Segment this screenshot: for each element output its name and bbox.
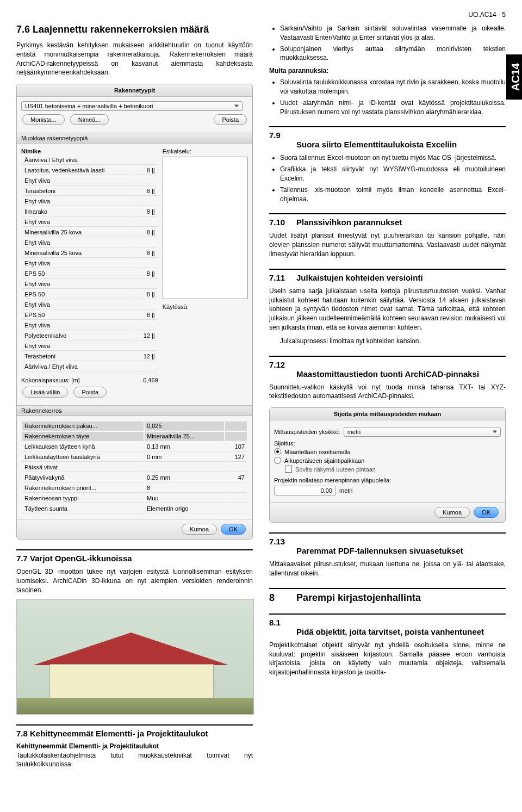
kumoa-button[interactable]: Kumoa	[182, 524, 217, 535]
house-render	[16, 599, 254, 715]
list-item: Soluvalinta taulukkoikkunassa korostaa n…	[280, 78, 506, 96]
radio-osoittamalla-label: Määritellään osoittamalla	[284, 449, 351, 455]
table-row[interactable]: Leikkaustäytteen taustakynä0 mm127	[22, 453, 247, 462]
ok-button[interactable]: OK	[221, 524, 246, 535]
table-row[interactable]: Ehyt viiva	[22, 176, 157, 185]
page-code: UO.AC14 - 5	[16, 11, 506, 18]
panel-rakennetyypit: Rakennetyypit US401 betoniseinä + minera…	[16, 84, 253, 540]
poista-button[interactable]: Poista	[214, 114, 247, 125]
table-row[interactable]: Ehyt viiva	[22, 342, 157, 351]
bullets-79: Suora tallennus Excel-muotoon on nyt tue…	[269, 153, 506, 203]
para-7-7: OpenGL 3D -moottori tukee nyt varjojen e…	[16, 567, 253, 594]
proj-label: Projektin nollataso merenpinnan yläpuole…	[274, 477, 501, 484]
lisaa-valiin-button[interactable]: Lisää väliin	[22, 387, 68, 398]
subpanel-rakennekerros[interactable]: Rakennekerros	[17, 405, 252, 416]
heading-8: 8Parempi kirjastojenhallinta	[269, 588, 506, 604]
table-row[interactable]: Ilmarako8 ||	[22, 207, 157, 216]
panel2-title: Sijoita pinta mittauspisteiden mukaan	[270, 408, 505, 420]
heading-7-10: 7.10Planssivihkon parannukset	[269, 213, 506, 227]
heading-7-8: 7.8 Kehittyneemmät Elementti- ja Projekt…	[16, 724, 253, 738]
chk-sovita[interactable]	[285, 466, 292, 473]
table-row[interactable]: Ääriviiva / Ehyt viiva	[22, 156, 157, 165]
nimea-button[interactable]: Nimeä...	[70, 114, 109, 125]
para-7-12: Suunnittelu-valikon käskyllä voi nyt tuo…	[269, 383, 506, 401]
table-row[interactable]: Rakennekerroksen priorit...8	[22, 484, 247, 493]
table-row[interactable]: Mineraalivilla 25 kova8 ||	[22, 249, 157, 258]
table-row[interactable]: Polyeteenikalvo12 ||	[22, 331, 157, 340]
para-7-6: Pyrkimys kestävän kehityksen mukaiseen a…	[16, 41, 253, 77]
rk-table[interactable]: Rakennekerroksen paksu...0,025Rakenneker…	[21, 420, 248, 515]
table-row[interactable]: Rakenneosan tyyppiMuu	[22, 494, 247, 503]
table-row[interactable]: Ehyt viiva	[22, 280, 157, 289]
table-row[interactable]: EPS 508 ||	[22, 311, 157, 320]
para-7-13: Mittakaavaiset piirusrustukset, mukaan l…	[269, 560, 506, 578]
unit-label: Mittauspisteiden yksikkö:	[274, 429, 340, 435]
radio-osoittamalla[interactable]	[274, 448, 281, 455]
table-row[interactable]: Päätyviivakynä0.25 mm47	[22, 473, 247, 482]
list-item: Uudet alaryhmän nimi- ja ID-kentät ovat …	[280, 98, 506, 117]
heading-7-13: 7.13Paremmat PDF-tallennuksen sivuasetuk…	[269, 532, 506, 555]
thickness-value: 0,469	[143, 377, 158, 383]
panel2-ok-button[interactable]: OK	[474, 507, 499, 518]
table-row[interactable]: EPS 508 ||	[22, 269, 157, 278]
table-row[interactable]: EPS 508 ||	[22, 290, 157, 299]
table-row[interactable]: Teräsbetoni8 ||	[22, 187, 157, 196]
heading-7-9: 7.9Suora siirto Elementtitaulukoista Exc…	[269, 126, 506, 149]
esikatselu-label: Esikatselu:	[163, 148, 248, 154]
list-item: Tallennus .xls-muotoon toimii myös ilman…	[280, 185, 506, 204]
table-row[interactable]: Ehyt viiva	[22, 300, 157, 309]
table-row[interactable]: Mineraalivilla 25 kova8 ||	[22, 228, 157, 237]
heading-8-1: 8.1Pidä objektit, joita tarvitset, poist…	[269, 613, 506, 636]
table-row[interactable]: Ehyt viiva	[22, 218, 157, 227]
col-nimike: Nimike	[21, 148, 41, 154]
kaytossa-label: Käytössä:	[163, 303, 248, 310]
monista-button[interactable]: Monista...	[22, 114, 65, 125]
proj-value[interactable]: 0,00	[274, 486, 336, 495]
preview-area	[163, 157, 248, 299]
heading-7-11: 7.11Julkaistujen kohteiden versiointi	[269, 269, 506, 282]
poista2-button[interactable]: Poista	[73, 387, 107, 398]
proj-unit: metri	[339, 487, 352, 494]
subpanel-muokkaa[interactable]: Muokkaa rakennetyyppiä	[17, 133, 252, 144]
muita-head: Muita parannuksia:	[269, 67, 506, 75]
table-row[interactable]: Ehyt viiva	[22, 321, 157, 330]
list-item: Solupohjainen vieritys auttaa siirtymään…	[280, 45, 506, 63]
para-7-10: Uudet lisätyt planssit ilmestyvät nyt pu…	[269, 231, 506, 258]
list-item: Suora tallennus Excel-muotoon on nyt tue…	[280, 153, 506, 163]
sijoitus-label: Sijoitus:	[274, 440, 501, 447]
panel2-kumoa-button[interactable]: Kumoa	[434, 507, 470, 518]
para-7-11b: Julkaisuprosessi ilmoittaa nyt kohteiden…	[269, 337, 506, 346]
table-row[interactable]: Ääriviiva / Ehyt viiva	[22, 362, 157, 371]
list-item: Grafiikka ja teksti siirtyvät nyt WYSIWY…	[280, 165, 506, 183]
rakennetyyppi-select[interactable]: US401 betoniseinä + mineraalivilla + bet…	[21, 101, 243, 111]
subhead-7-8: Kehittyneemmät Elementti- ja Projektitau…	[16, 742, 253, 750]
heading-7-6: 7.6 Laajennettu rakennekerroksien määrä	[16, 24, 253, 35]
list-item: Sarkain/Vaihto ja Sarkain siirtävät solu…	[280, 24, 506, 42]
table-row[interactable]: Leikkauksen täytteen kynä0.13 mm107	[22, 442, 247, 451]
table-row[interactable]: Ehyt viiva	[22, 238, 157, 247]
thickness-label: Kokonaispaksuus: [m]	[21, 377, 80, 383]
layers-table[interactable]: Ääriviiva / Ehyt viivaLaatoitus, vedenke…	[21, 154, 158, 373]
unit-select[interactable]: metri	[344, 427, 501, 437]
table-row[interactable]: Teräsbetoni12 ||	[22, 352, 157, 361]
table-row[interactable]: Ehyt viiva	[22, 197, 157, 206]
chk-sovita-label: Sovita näkymä uuteen pintaan	[295, 466, 376, 473]
table-row[interactable]: Päissä viivat	[22, 463, 247, 472]
table-row[interactable]: Täytteen suuntaElementin origo	[22, 504, 247, 513]
radio-alkuperaiseen-label: Alkuperäiseen sijaintipaikkaan	[284, 457, 364, 464]
heading-7-7: 7.7 Varjot OpenGL-ikkunoissa	[16, 549, 253, 563]
bullets-1: Sarkain/Vaihto ja Sarkain siirtävät solu…	[269, 24, 506, 63]
radio-alkuperaiseen[interactable]	[274, 457, 281, 464]
table-row[interactable]: Laatoitus, vedenkestävä laasti8 ||	[22, 166, 157, 175]
para-8-1: Projektikohtaiset objektit siirtyvät nyt…	[269, 641, 506, 677]
para-7-11a: Usein sama sarja julkaistaan useita kert…	[269, 287, 506, 332]
table-row[interactable]: Rakennekerroksen täyteMineraalivilla 25.…	[22, 432, 247, 441]
para-7-8: Taulukkolaskentaohjelmista tutut muokkau…	[16, 751, 253, 770]
table-row[interactable]: Ehyt viiva	[22, 259, 157, 268]
table-row[interactable]: Rakennekerroksen paksu...0,025	[22, 422, 247, 431]
panel-title: Rakennetyypit	[17, 84, 252, 97]
bullets-2: Soluvalinta taulukkoikkunassa korostaa n…	[269, 78, 506, 116]
side-tab: AC14	[506, 54, 522, 100]
heading-7-12: 7.12Maastomittaustiedon tuonti ArchiCAD-…	[269, 356, 506, 379]
panel-sijoita: Sijoita pinta mittauspisteiden mukaan Mi…	[269, 407, 506, 523]
